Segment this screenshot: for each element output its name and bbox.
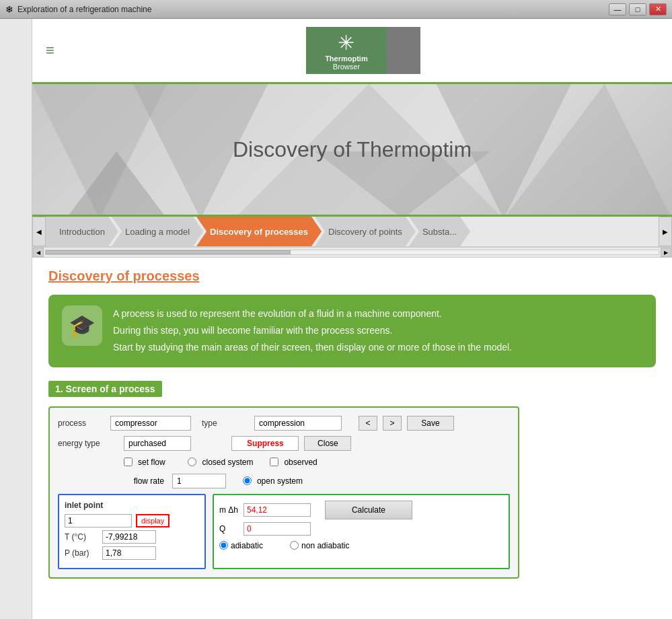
nav-left-button[interactable]: < — [359, 416, 377, 431]
maximize-button[interactable]: □ — [629, 3, 646, 15]
graduation-icon: 🎓 — [69, 313, 96, 338]
scroll-left-arrow[interactable]: ◀ — [33, 248, 44, 257]
energy-type-row: energy type Suppress Close — [58, 436, 510, 451]
mdh-row: m Δh Calculate — [219, 501, 503, 519]
nav-scrollbar: ◀ ▶ — [32, 247, 672, 258]
non-adiabatic-label: non adiabatic — [301, 541, 349, 550]
mdh-label: m Δh — [219, 505, 239, 515]
section-title[interactable]: Discovery of processes — [48, 268, 200, 284]
logo-box: ✳ Thermoptim Browser — [306, 27, 387, 74]
inlet-point-input[interactable] — [65, 514, 132, 527]
page-content: Discovery of processes 🎓 A process is us… — [32, 258, 672, 589]
content-area: ≡ ✳ Thermoptim Browser — [32, 19, 672, 619]
hero-banner: Discovery of Thermoptim — [32, 82, 672, 217]
process-label: process — [58, 418, 105, 428]
tab-discovery-processes[interactable]: Discovery of processes — [196, 217, 322, 246]
header: ≡ ✳ Thermoptim Browser — [32, 19, 672, 82]
scroll-thumb — [46, 250, 291, 254]
tab-introduction[interactable]: Introduction — [46, 217, 118, 246]
close-button[interactable]: ✕ — [649, 3, 667, 15]
flow-rate-row: flow rate open system — [58, 474, 510, 488]
logo-line1: Thermoptim — [325, 54, 368, 63]
flow-rate-input[interactable] — [172, 474, 226, 488]
open-system-radio[interactable] — [243, 476, 252, 485]
right-panel: m Δh Calculate Q — [213, 494, 510, 569]
set-flow-checkbox[interactable] — [124, 458, 133, 466]
display-button[interactable]: display — [136, 514, 170, 527]
closed-system-label: closed system — [202, 458, 253, 467]
info-line3: Start by studying the main areas of thei… — [113, 339, 512, 356]
nav-tabs-area: ◀ Introduction Loading a model Discovery… — [32, 217, 672, 258]
title-bar: ❄ Exploration of a refrigeration machine… — [0, 0, 672, 19]
press-input[interactable] — [102, 546, 156, 560]
minimize-button[interactable]: — — [609, 3, 626, 15]
type-label: type — [202, 418, 249, 428]
adiabatic-row: adiabatic non adiabatic — [219, 541, 503, 550]
left-panel: inlet point display T (°C) P (bar) — [58, 494, 206, 569]
info-line1: A process is used to represent the evolu… — [113, 305, 512, 322]
nav-scroll-right[interactable]: ▶ — [659, 217, 672, 246]
inlet-title: inlet point — [65, 501, 199, 510]
process-screen: process type < > Save energy type Suppre… — [48, 406, 519, 579]
info-box: 🎓 A process is used to represent the evo… — [48, 295, 656, 367]
adiabatic-label: adiabatic — [231, 541, 263, 550]
logo-snowflake-icon: ✳ — [338, 31, 354, 54]
pressure-row: P (bar) — [65, 546, 199, 560]
info-line2: During this step, you will become famili… — [113, 322, 512, 339]
tab-loading-model[interactable]: Loading a model — [112, 217, 203, 246]
tab-substa[interactable]: Substa... — [409, 217, 470, 246]
inlet-point-row: display — [65, 514, 199, 527]
process-type-row: process type < > Save — [58, 416, 510, 431]
adiabatic-radio[interactable] — [219, 541, 228, 550]
logo-line2: Browser — [333, 63, 360, 71]
hero-title: Discovery of Thermoptim — [233, 137, 472, 162]
nav-tabs: ◀ Introduction Loading a model Discovery… — [32, 217, 672, 247]
left-sidebar — [0, 19, 32, 619]
logo-container: ✳ Thermoptim Browser — [306, 27, 420, 74]
q-input[interactable] — [244, 522, 311, 536]
press-label: P (bar) — [65, 548, 98, 558]
suppress-button[interactable]: Suppress — [231, 436, 299, 451]
save-button[interactable]: Save — [407, 416, 454, 431]
energy-type-label: energy type — [58, 439, 118, 448]
nav-right-button[interactable]: > — [383, 416, 402, 431]
q-row: Q — [219, 522, 503, 536]
temperature-row: T (°C) — [65, 530, 199, 544]
temp-input[interactable] — [102, 530, 156, 544]
logo-right — [387, 27, 420, 74]
main-container: ≡ ✳ Thermoptim Browser — [0, 19, 672, 619]
window-title: Exploration of a refrigeration machine — [17, 5, 605, 14]
info-text: A process is used to represent the evolu… — [113, 305, 512, 357]
nav-scroll-left[interactable]: ◀ — [32, 217, 46, 246]
app-icon: ❄ — [5, 4, 13, 15]
scroll-track[interactable] — [45, 250, 659, 255]
window-controls: — □ ✕ — [609, 3, 667, 15]
temp-label: T (°C) — [65, 532, 98, 542]
info-icon: 🎓 — [62, 305, 102, 346]
observed-checkbox[interactable] — [270, 458, 278, 466]
tab-discovery-points[interactable]: Discovery of points — [315, 217, 416, 246]
close-button[interactable]: Close — [304, 436, 351, 451]
set-flow-row: set flow closed system observed — [58, 456, 510, 468]
calculate-button[interactable]: Calculate — [325, 501, 412, 519]
subsection-title: 1. Screen of a process — [48, 381, 162, 397]
flow-rate-label: flow rate — [124, 476, 164, 486]
q-label: Q — [219, 524, 239, 534]
process-input[interactable] — [110, 416, 191, 431]
process-main-panels: inlet point display T (°C) P (bar) — [58, 494, 510, 569]
closed-system-radio[interactable] — [188, 458, 196, 466]
hamburger-menu[interactable]: ≡ — [46, 43, 54, 58]
energy-type-input[interactable] — [124, 436, 191, 451]
set-flow-label: set flow — [138, 458, 165, 467]
nav-tab-list: Introduction Loading a model Discovery o… — [46, 217, 659, 246]
open-system-label: open system — [257, 476, 303, 486]
type-input[interactable] — [254, 416, 342, 431]
mdh-input[interactable] — [244, 503, 311, 517]
non-adiabatic-radio[interactable] — [290, 541, 299, 550]
scroll-right-arrow[interactable]: ▶ — [661, 248, 671, 257]
observed-label: observed — [284, 458, 317, 467]
